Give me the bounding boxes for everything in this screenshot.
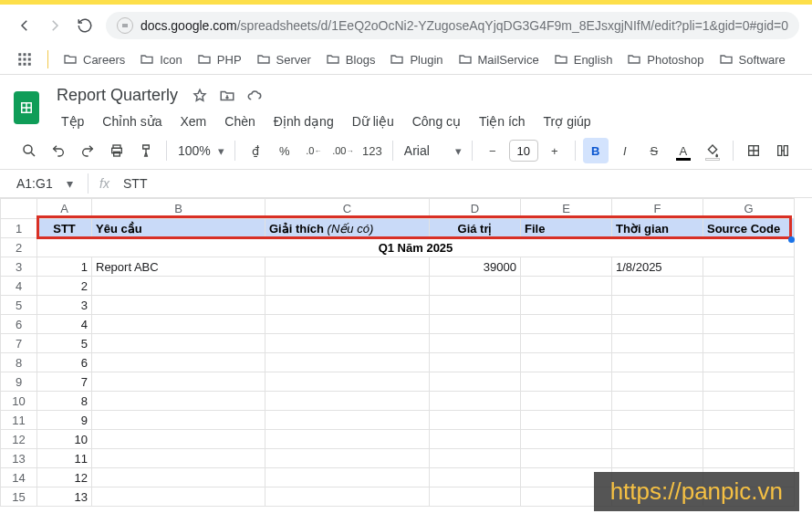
cell[interactable] (430, 468, 521, 487)
row-header[interactable]: 15 (1, 487, 37, 507)
menu-item[interactable]: Chèn (216, 110, 263, 132)
bookmark-item[interactable]: Software (719, 52, 786, 67)
header-cell[interactable]: Source Code (703, 219, 795, 238)
row-header[interactable]: 8 (1, 353, 37, 372)
cell[interactable] (612, 430, 703, 449)
menu-item[interactable]: Chỉnh sửa (94, 110, 170, 132)
cell[interactable]: 11 (37, 449, 92, 468)
cell[interactable] (521, 334, 612, 353)
cell[interactable] (612, 392, 703, 411)
cell[interactable] (92, 449, 265, 468)
cell[interactable]: 2 (37, 277, 92, 296)
cell[interactable] (92, 392, 265, 411)
header-cell[interactable]: Yêu cầu (92, 219, 265, 238)
cell[interactable]: 12 (37, 468, 92, 487)
formula-bar[interactable]: STT (123, 176, 147, 191)
cell[interactable] (521, 449, 612, 468)
cell[interactable] (521, 411, 612, 430)
cell[interactable] (265, 315, 430, 334)
cell[interactable] (703, 372, 795, 392)
row-header[interactable]: 5 (1, 296, 37, 315)
cell[interactable] (612, 449, 703, 468)
row-header[interactable]: 10 (1, 392, 37, 411)
column-header[interactable]: D (430, 199, 521, 219)
cell[interactable] (265, 468, 430, 487)
redo-button[interactable] (75, 138, 100, 163)
row-header[interactable]: 1 (1, 219, 37, 238)
cell[interactable] (703, 257, 795, 277)
cell[interactable]: 10 (37, 430, 92, 449)
cell[interactable] (612, 411, 703, 430)
doc-title[interactable]: Report Quarterly (53, 84, 182, 107)
row-header[interactable]: 9 (1, 372, 37, 392)
search-menu-icon[interactable] (16, 138, 42, 163)
cell[interactable] (612, 315, 703, 334)
cell[interactable] (430, 430, 521, 449)
column-header[interactable]: E (521, 199, 612, 219)
cell[interactable] (703, 277, 795, 296)
cell[interactable] (521, 257, 612, 277)
header-cell[interactable]: STT (37, 219, 92, 238)
strikethrough-button[interactable]: S (641, 138, 667, 163)
bookmark-item[interactable]: Server (256, 52, 311, 67)
selection-handle[interactable] (788, 236, 795, 243)
cell[interactable] (265, 334, 430, 353)
cell[interactable] (92, 468, 265, 487)
cell[interactable] (703, 430, 795, 449)
cell[interactable] (430, 449, 521, 468)
menu-item[interactable]: Xem (172, 110, 215, 132)
currency-format-button[interactable]: ₫ (243, 138, 268, 163)
cell[interactable] (92, 296, 265, 315)
number-format-button[interactable]: 123 (359, 138, 385, 163)
cell[interactable] (521, 372, 612, 392)
cell[interactable]: 1 (37, 257, 92, 277)
cell[interactable] (92, 277, 265, 296)
decrease-decimal-button[interactable]: .0← (301, 138, 327, 163)
undo-button[interactable] (46, 138, 71, 163)
text-color-button[interactable]: A (671, 138, 696, 163)
column-header[interactable]: G (703, 199, 795, 219)
apps-icon[interactable] (16, 51, 33, 68)
cell[interactable] (521, 392, 612, 411)
zoom-chevron-icon[interactable]: ▾ (218, 144, 227, 158)
cell[interactable] (521, 315, 612, 334)
row-header[interactable]: 7 (1, 334, 37, 353)
cell[interactable] (265, 392, 430, 411)
cell[interactable] (265, 277, 430, 296)
cell[interactable] (430, 487, 521, 507)
menu-item[interactable]: Tệp (53, 110, 92, 132)
row-header[interactable]: 13 (1, 449, 37, 468)
cell[interactable]: 1/8/2025 (612, 257, 703, 277)
cell[interactable] (265, 449, 430, 468)
cell[interactable] (92, 487, 265, 507)
header-cell[interactable]: Giá trị (430, 219, 521, 238)
font-family-select[interactable]: Arial (401, 143, 452, 158)
reload-button[interactable] (76, 16, 93, 35)
bookmark-item[interactable]: PHP (197, 52, 242, 67)
cell[interactable]: 8 (37, 392, 92, 411)
cell[interactable] (703, 334, 795, 353)
cell[interactable]: 7 (37, 372, 92, 392)
cell[interactable] (92, 372, 265, 392)
move-icon[interactable] (218, 87, 236, 105)
back-button[interactable] (16, 16, 34, 35)
cell[interactable]: 5 (37, 334, 92, 353)
cell[interactable] (265, 372, 430, 392)
percent-format-button[interactable]: % (272, 138, 297, 163)
spreadsheet-grid[interactable]: ABCDEFG 1STTYêu cầuGiải thích (Nếu có)Gi… (0, 198, 795, 507)
cell[interactable]: 3 (37, 296, 92, 315)
menu-item[interactable]: Tiện ích (471, 110, 534, 132)
cell[interactable] (703, 411, 795, 430)
cell[interactable] (430, 372, 521, 392)
cell[interactable] (92, 411, 265, 430)
cell[interactable] (612, 296, 703, 315)
cell[interactable] (265, 257, 430, 277)
menu-item[interactable]: Công cụ (404, 110, 469, 132)
cell[interactable] (265, 430, 430, 449)
bookmark-item[interactable]: Icon (140, 52, 182, 67)
name-box[interactable]: A1:G1 ▾ (9, 174, 77, 193)
cell[interactable] (521, 296, 612, 315)
cell[interactable] (265, 353, 430, 372)
bookmark-item[interactable]: Photoshop (627, 52, 703, 67)
zoom-level[interactable]: 100% (174, 143, 214, 158)
